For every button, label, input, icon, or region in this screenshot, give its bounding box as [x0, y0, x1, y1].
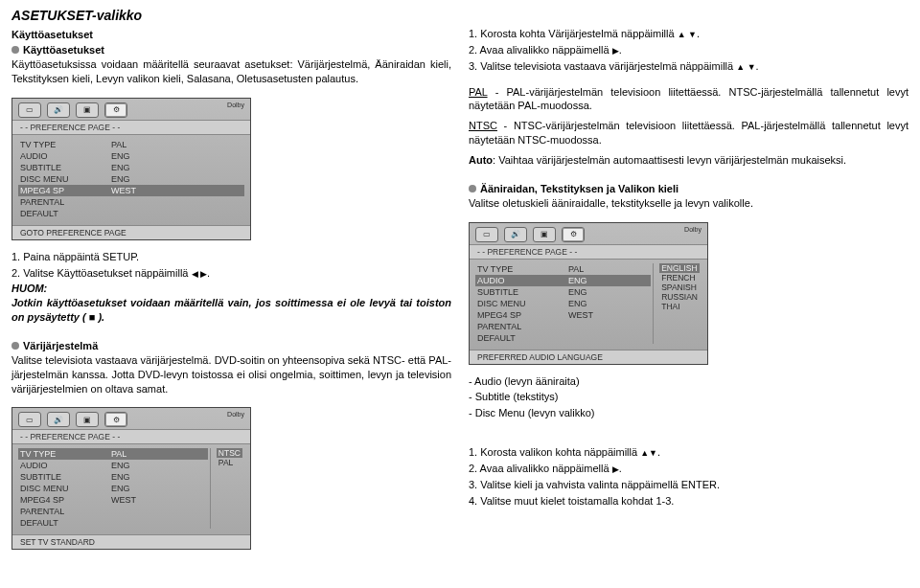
stop-icon: ■ — [89, 311, 96, 323]
bullet-label: Värijärjestelmä — [23, 340, 98, 351]
osd-footer: GOTO PREFERENCE PAGE — [12, 225, 250, 239]
osd-screenshot-audio: ▭ 🔊 ▣ ⚙ Dolby - - PREFERENCE PAGE - - TV… — [469, 222, 708, 365]
tab-video-icon: ▣ — [533, 227, 556, 242]
osd-menu-body: TV TYPEPAL AUDIOENG SUBTITLEENG DISC MEN… — [12, 444, 250, 534]
tab-preference-icon: ⚙ — [104, 412, 127, 427]
osd-section-head: - - PREFERENCE PAGE - - — [12, 120, 250, 135]
setup-steps: 1. Paina näppäintä SETUP. 2. Valitse Käy… — [12, 250, 451, 283]
bullet-color-system: Värijärjestelmä — [12, 340, 451, 351]
tab-video-icon: ▣ — [76, 412, 99, 427]
note-body: Jotkin käyttöasetukset voidaan määritell… — [12, 297, 451, 323]
dolby-label: Dolby — [227, 102, 244, 118]
bullet-dot-icon — [12, 46, 19, 54]
pal-label: PAL — [469, 86, 488, 98]
tab-audio-icon: 🔊 — [47, 102, 70, 118]
lang-steps: 1. Korosta valikon kohta näppäimillä ▲▼.… — [469, 445, 908, 509]
left-column: ASETUKSET-valikko Käyttöasetukset Käyttö… — [12, 8, 451, 580]
bullet-dot-icon — [469, 185, 476, 192]
bullet-label: Ääniraidan, Tekstityksen ja Valikon kiel… — [480, 183, 678, 194]
auto-desc: Auto: Vaihtaa värijärjestelmän automaatt… — [469, 153, 908, 168]
up-down-arrow-icon: ▲ ▼ — [678, 29, 697, 40]
bullet-label: Käyttöasetukset — [23, 44, 104, 56]
osd-menu-body: TV TYPEPAL AUDIOENG SUBTITLEENG DISC MEN… — [12, 135, 250, 225]
note-block: HUOM: Jotkin käyttöasetukset voidaan mää… — [12, 282, 451, 325]
tab-general-icon: ▭ — [18, 412, 41, 427]
tab-general-icon: ▭ — [18, 102, 41, 118]
auto-label: Auto — [469, 154, 493, 166]
note-label: HUOM: — [12, 283, 47, 294]
section-usage-settings: Käyttöasetukset — [12, 29, 451, 40]
tab-audio-icon: 🔊 — [504, 227, 527, 242]
osd-option-list: ENGLISH FRENCH SPANISH RUSSIAN THAI — [653, 263, 700, 344]
osd-tab-row: ▭ 🔊 ▣ ⚙ Dolby — [470, 223, 707, 244]
right-column: 1. Korosta kohta Värijärjestelmä näppäim… — [469, 8, 908, 580]
osd-menu-body: TV TYPEPAL AUDIOENG SUBTITLEENG DISC MEN… — [470, 260, 707, 350]
bullet-lang: Ääniraidan, Tekstityksen ja Valikon kiel… — [469, 183, 908, 194]
tab-audio-icon: 🔊 — [47, 412, 70, 427]
bullet-usage-settings: Käyttöasetukset — [12, 44, 451, 56]
step-1: 1. Paina näppäintä SETUP. — [12, 250, 451, 264]
tab-preference-icon: ⚙ — [104, 102, 127, 118]
tab-preference-icon: ⚙ — [562, 227, 585, 242]
up-down-arrow-icon: ▲ ▼ — [736, 61, 755, 73]
dolby-label: Dolby — [227, 412, 244, 427]
ntsc-desc: NTSC - NTSC-värijärjestelmän televisioon… — [469, 119, 908, 147]
up-down-arrow-icon: ▲▼ — [640, 447, 657, 459]
osd-screenshot-preference: ▭ 🔊 ▣ ⚙ Dolby - - PREFERENCE PAGE - - TV… — [12, 98, 251, 240]
step-2: 2. Valitse Käyttöasetukset näppäimillä ◀… — [12, 266, 451, 281]
osd-tab-row: ▭ 🔊 ▣ ⚙ Dolby — [12, 99, 250, 120]
left-right-arrow-icon: ◀ ▶ — [192, 268, 208, 280]
lang-body: Valitse oletuskieli ääniraidalle, teksti… — [469, 196, 908, 211]
track-names: - Audio (levyn ääniraita) - Subtitle (te… — [469, 374, 908, 423]
osd-option-list: NTSC PAL — [210, 448, 242, 529]
osd-screenshot-tvtype: ▭ 🔊 ▣ ⚙ Dolby - - PREFERENCE PAGE - - TV… — [12, 407, 251, 550]
dolby-label: Dolby — [684, 227, 702, 242]
ntsc-label: NTSC — [469, 120, 497, 131]
osd-footer: PREFERRED AUDIO LANGUAGE — [470, 350, 707, 364]
color-steps: 1. Korosta kohta Värijärjestelmä näppäim… — [469, 27, 908, 76]
tab-general-icon: ▭ — [475, 227, 498, 242]
pal-desc: PAL - PAL-värijärjestelmän televisioon l… — [469, 85, 908, 114]
page-title: ASETUKSET-valikko — [12, 8, 451, 23]
tab-video-icon: ▣ — [76, 102, 99, 118]
bullet-dot-icon — [12, 342, 19, 350]
osd-section-head: - - PREFERENCE PAGE - - — [470, 244, 707, 260]
tv-system-body: Valitse televisiota vastaava värijärjest… — [12, 353, 451, 396]
osd-section-head: - - PREFERENCE PAGE - - — [12, 429, 250, 444]
intro-text: Käyttöasetuksissa voidaan määritellä seu… — [12, 57, 451, 86]
osd-tab-row: ▭ 🔊 ▣ ⚙ Dolby — [12, 408, 250, 429]
right-arrow-icon: ▶ — [612, 464, 619, 475]
osd-footer: SET TV STANDARD — [12, 534, 250, 549]
right-arrow-icon: ▶ — [612, 45, 619, 57]
